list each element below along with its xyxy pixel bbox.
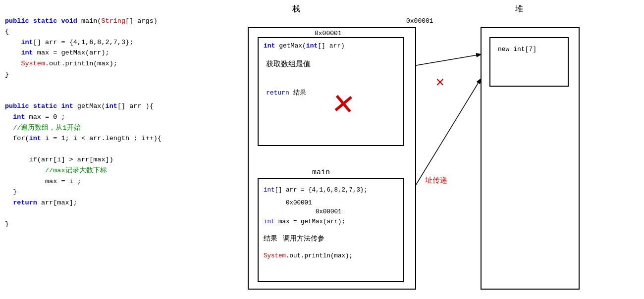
- main-arr-line: int[] arr = {4,1,6,8,2,7,3};: [264, 185, 368, 196]
- getmax-return: return 结果: [266, 88, 306, 99]
- main-frame: int[] arr = {4,1,6,8,2,7,3}; 0x00001 0x0…: [258, 178, 404, 282]
- getmax-frame: int getMax(int[] arr) 获取数组最值 return 结果 ✕: [258, 37, 404, 146]
- heap-int-box: new int[7]: [489, 37, 569, 87]
- main-result-line: 结果 调用方法传参: [264, 233, 324, 245]
- getmax-addr-label: 0x00001: [315, 30, 342, 37]
- heap-int-label: new int[7]: [498, 44, 537, 55]
- main-max-line: int max = getMax(arr);: [264, 217, 345, 227]
- arrow-red-x: ✕: [436, 73, 444, 90]
- getmax-red-x: ✕: [331, 87, 355, 123]
- main-addr1: 0x00001: [286, 198, 312, 208]
- main-frame-title: main: [312, 168, 330, 177]
- addr-pass-label: 址传递: [425, 176, 447, 185]
- stack-label: 栈: [292, 4, 300, 14]
- getmax-subtitle: 获取数组最值: [266, 58, 311, 71]
- main-addr2: 0x00001: [316, 207, 342, 217]
- diagram-panel: 栈 堆 0x00001 int getMax(int[] arr) 获取数组最值…: [218, 0, 644, 299]
- addr-top-label: 0x00001: [406, 17, 433, 25]
- getmax-title: int getMax(int[] arr): [264, 42, 345, 50]
- code-panel: public static void main(String[] args) {…: [0, 0, 218, 299]
- heap-label: 堆: [515, 4, 523, 14]
- main-println-line: System.out.println(max);: [264, 251, 353, 261]
